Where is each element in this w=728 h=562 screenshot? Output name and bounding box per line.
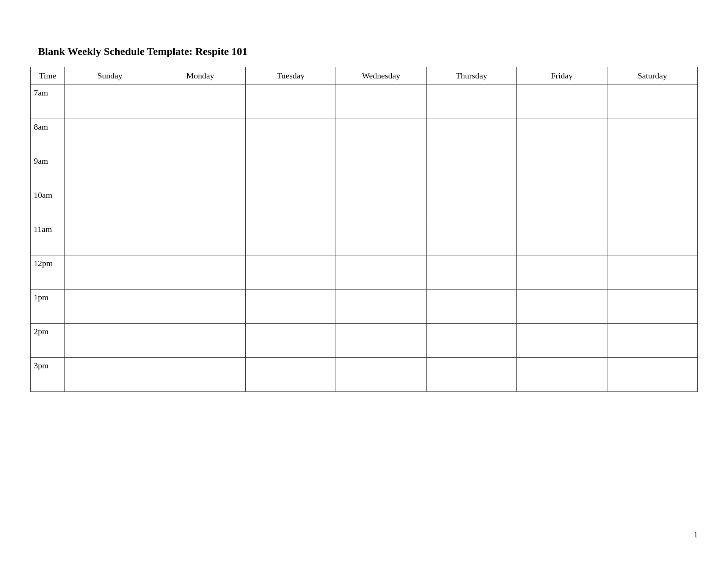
cell-12pm-tuesday bbox=[245, 255, 336, 290]
cell-2pm-friday bbox=[517, 324, 607, 358]
cell-7am-thursday bbox=[426, 85, 516, 119]
cell-12pm-wednesday bbox=[336, 255, 426, 290]
cell-8am-sunday bbox=[65, 119, 155, 153]
table-row: 11am bbox=[31, 221, 698, 255]
cell-2pm-wednesday bbox=[336, 324, 426, 358]
cell-10am-sunday bbox=[65, 187, 155, 221]
cell-7am-sunday bbox=[65, 85, 155, 119]
time-cell-3pm: 3pm bbox=[31, 358, 65, 392]
cell-2pm-thursday bbox=[426, 324, 516, 358]
table-row: 10am bbox=[31, 187, 698, 221]
cell-2pm-monday bbox=[155, 324, 245, 358]
time-cell-8am: 8am bbox=[31, 119, 65, 153]
cell-3pm-sunday bbox=[65, 358, 155, 392]
cell-10am-friday bbox=[517, 187, 607, 221]
table-row: 1pm bbox=[31, 290, 698, 324]
cell-12pm-saturday bbox=[607, 255, 697, 290]
cell-7am-tuesday bbox=[245, 85, 336, 119]
cell-8am-wednesday bbox=[336, 119, 426, 153]
cell-7am-saturday bbox=[607, 85, 697, 119]
table-row: 9am bbox=[31, 153, 698, 187]
cell-11am-friday bbox=[517, 221, 607, 255]
header-sunday: Sunday bbox=[65, 67, 155, 85]
cell-9am-wednesday bbox=[336, 153, 426, 187]
cell-9am-saturday bbox=[607, 153, 697, 187]
table-row: 12pm bbox=[31, 255, 698, 290]
cell-11am-tuesday bbox=[245, 221, 336, 255]
cell-9am-monday bbox=[155, 153, 245, 187]
time-cell-11am: 11am bbox=[31, 221, 65, 255]
cell-12pm-friday bbox=[517, 255, 607, 290]
cell-3pm-tuesday bbox=[245, 358, 336, 392]
table-row: 7am bbox=[31, 85, 698, 119]
cell-1pm-friday bbox=[517, 290, 607, 324]
cell-10am-thursday bbox=[426, 187, 516, 221]
page-number: 1 bbox=[694, 531, 698, 539]
cell-10am-saturday bbox=[607, 187, 697, 221]
cell-11am-thursday bbox=[426, 221, 516, 255]
cell-9am-friday bbox=[517, 153, 607, 187]
cell-9am-tuesday bbox=[245, 153, 336, 187]
cell-8am-thursday bbox=[426, 119, 516, 153]
cell-11am-wednesday bbox=[336, 221, 426, 255]
cell-1pm-wednesday bbox=[336, 290, 426, 324]
header-tuesday: Tuesday bbox=[245, 67, 336, 85]
cell-11am-monday bbox=[155, 221, 245, 255]
cell-1pm-monday bbox=[155, 290, 245, 324]
header-friday: Friday bbox=[517, 67, 607, 85]
cell-12pm-sunday bbox=[65, 255, 155, 290]
table-header: Time Sunday Monday Tuesday Wednesday Thu… bbox=[31, 67, 698, 85]
table-row: 3pm bbox=[31, 358, 698, 392]
cell-3pm-saturday bbox=[607, 358, 697, 392]
time-cell-2pm: 2pm bbox=[31, 324, 65, 358]
header-wednesday: Wednesday bbox=[336, 67, 426, 85]
cell-2pm-sunday bbox=[65, 324, 155, 358]
table-body: 7am8am9am10am11am12pm1pm2pm3pm bbox=[31, 85, 698, 392]
cell-3pm-wednesday bbox=[336, 358, 426, 392]
header-monday: Monday bbox=[155, 67, 245, 85]
cell-8am-saturday bbox=[607, 119, 697, 153]
cell-12pm-monday bbox=[155, 255, 245, 290]
cell-9am-sunday bbox=[65, 153, 155, 187]
cell-12pm-thursday bbox=[426, 255, 516, 290]
cell-9am-thursday bbox=[426, 153, 516, 187]
cell-3pm-thursday bbox=[426, 358, 516, 392]
header-time: Time bbox=[31, 67, 65, 85]
schedule-table: Time Sunday Monday Tuesday Wednesday Thu… bbox=[30, 67, 698, 392]
table-row: 2pm bbox=[31, 324, 698, 358]
cell-1pm-saturday bbox=[607, 290, 697, 324]
time-cell-10am: 10am bbox=[31, 187, 65, 221]
cell-7am-friday bbox=[517, 85, 607, 119]
time-cell-7am: 7am bbox=[31, 85, 65, 119]
time-cell-1pm: 1pm bbox=[31, 290, 65, 324]
table-row: 8am bbox=[31, 119, 698, 153]
header-saturday: Saturday bbox=[607, 67, 697, 85]
cell-3pm-monday bbox=[155, 358, 245, 392]
cell-10am-monday bbox=[155, 187, 245, 221]
header-thursday: Thursday bbox=[426, 67, 516, 85]
cell-1pm-thursday bbox=[426, 290, 516, 324]
cell-8am-tuesday bbox=[245, 119, 336, 153]
cell-1pm-tuesday bbox=[245, 290, 336, 324]
cell-7am-monday bbox=[155, 85, 245, 119]
page-title: Blank Weekly Schedule Template: Respite … bbox=[38, 45, 698, 58]
header-row: Time Sunday Monday Tuesday Wednesday Thu… bbox=[31, 67, 698, 85]
cell-11am-saturday bbox=[607, 221, 697, 255]
page-container: Blank Weekly Schedule Template: Respite … bbox=[0, 0, 728, 422]
cell-1pm-sunday bbox=[65, 290, 155, 324]
time-cell-12pm: 12pm bbox=[31, 255, 65, 290]
cell-3pm-friday bbox=[517, 358, 607, 392]
cell-10am-wednesday bbox=[336, 187, 426, 221]
time-cell-9am: 9am bbox=[31, 153, 65, 187]
cell-8am-monday bbox=[155, 119, 245, 153]
cell-8am-friday bbox=[517, 119, 607, 153]
cell-10am-tuesday bbox=[245, 187, 336, 221]
cell-2pm-tuesday bbox=[245, 324, 336, 358]
cell-7am-wednesday bbox=[336, 85, 426, 119]
cell-2pm-saturday bbox=[607, 324, 697, 358]
cell-11am-sunday bbox=[65, 221, 155, 255]
